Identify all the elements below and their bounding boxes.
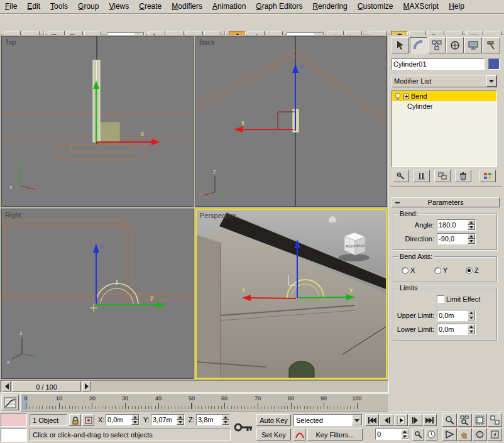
menu-group[interactable]: Group xyxy=(73,0,104,13)
viewport-back-label[interactable]: Back xyxy=(199,38,214,46)
tab-hierarchy[interactable] xyxy=(428,37,446,53)
previous-frame-button[interactable] xyxy=(380,414,393,426)
upper-limit-input[interactable] xyxy=(437,310,468,320)
open-mini-curve-editor-button[interactable] xyxy=(1,395,19,410)
selection-lock-toggle[interactable] xyxy=(69,414,81,426)
min-max-toggle-button[interactable] xyxy=(488,428,502,441)
object-color-swatch[interactable] xyxy=(488,58,500,70)
current-frame-input[interactable] xyxy=(376,429,401,439)
parameters-rollout-header[interactable]: Parameters xyxy=(392,197,500,207)
menu-create[interactable]: Create xyxy=(134,0,167,13)
time-slider-track[interactable]: 0 / 100 xyxy=(0,380,388,393)
axis-y-radio[interactable] xyxy=(434,267,441,274)
stack-row-bend[interactable]: Bend xyxy=(392,91,496,101)
go-to-start-icon xyxy=(368,417,376,424)
lower-limit-input[interactable] xyxy=(437,324,468,334)
next-frame-button[interactable] xyxy=(408,414,422,426)
viewport-top[interactable]: Top x xyxy=(1,36,194,207)
y-coord-spinner[interactable] xyxy=(177,415,184,425)
set-keys-button[interactable] xyxy=(233,413,254,441)
perspective-viewport-canvas[interactable]: x y RIGHT BACK xyxy=(197,210,386,378)
right-viewport-canvas[interactable]: z y z x y xyxy=(2,209,194,379)
time-step-forward-button[interactable] xyxy=(82,381,90,391)
time-step-back-button[interactable] xyxy=(3,381,11,391)
zoom-all-button[interactable] xyxy=(457,413,472,427)
zoom-extents-all-button[interactable] xyxy=(488,413,502,427)
dropdown-arrow-icon[interactable] xyxy=(352,415,362,425)
menu-customize[interactable]: Customize xyxy=(353,0,398,13)
time-slider-handle[interactable]: 0 / 100 xyxy=(12,381,81,391)
viewport-perspective[interactable]: Perspective xyxy=(195,209,387,379)
zoom-extents-button[interactable] xyxy=(473,413,487,427)
menu-tools[interactable]: Tools xyxy=(45,0,73,13)
direction-input[interactable] xyxy=(437,234,468,244)
current-frame-spinner[interactable] xyxy=(401,429,408,439)
direction-spinner[interactable] xyxy=(468,234,475,244)
y-coord-input[interactable] xyxy=(151,415,177,425)
stack-row-cylinder[interactable]: Cylinder xyxy=(392,101,496,111)
viewport-perspective-label[interactable]: Perspective xyxy=(200,212,236,219)
menu-views[interactable]: Views xyxy=(104,0,134,13)
expand-plus-icon[interactable] xyxy=(403,94,409,99)
viewport-right[interactable]: Right xyxy=(1,209,194,379)
back-viewport-canvas[interactable]: z x z x y xyxy=(196,36,387,207)
angle-input[interactable] xyxy=(437,220,468,230)
key-mode-toggle-button[interactable] xyxy=(412,429,424,440)
maxscript-mini-listener[interactable] xyxy=(1,428,27,442)
pan-view-button[interactable] xyxy=(457,428,472,441)
menu-rendering[interactable]: Rendering xyxy=(307,0,352,13)
field-of-view-button[interactable] xyxy=(442,428,457,441)
macro-recorder-mini-listener[interactable] xyxy=(1,413,27,427)
tab-utilities[interactable] xyxy=(483,37,500,53)
key-filters-button[interactable]: Key Filters... xyxy=(307,429,363,440)
modifier-list-dropdown[interactable]: Modifier List xyxy=(392,75,497,87)
play-animation-button[interactable] xyxy=(394,414,408,426)
make-unique-button[interactable] xyxy=(434,170,451,182)
go-to-end-button[interactable] xyxy=(423,414,437,426)
menu-graph-editors[interactable]: Graph Editors xyxy=(251,0,307,13)
key-mode-dropdown[interactable]: Selected xyxy=(293,414,363,426)
zoom-button[interactable] xyxy=(442,413,457,427)
go-to-start-button[interactable] xyxy=(365,414,379,426)
menu-edit[interactable]: Edit xyxy=(22,0,45,13)
show-end-result-button[interactable] xyxy=(414,170,430,182)
x-coord-input[interactable] xyxy=(106,415,131,425)
angle-spinner[interactable] xyxy=(468,220,475,230)
z-coord-input[interactable] xyxy=(197,415,222,425)
configure-modifier-sets-button[interactable] xyxy=(479,170,496,182)
viewport-top-label[interactable]: Top xyxy=(5,38,16,46)
limit-effect-checkbox[interactable] xyxy=(437,295,444,303)
menu-file[interactable]: File xyxy=(0,0,22,13)
box-object[interactable] xyxy=(97,122,120,142)
time-configuration-button[interactable] xyxy=(425,429,437,440)
remove-modifier-button[interactable] xyxy=(455,170,471,182)
tab-display[interactable] xyxy=(464,37,482,53)
lower-limit-spinner[interactable] xyxy=(468,324,475,334)
tab-motion[interactable] xyxy=(446,37,464,53)
x-coord-spinner[interactable] xyxy=(131,415,139,425)
set-key-button[interactable]: Set Key xyxy=(256,429,291,440)
menu-maxscript[interactable]: MAXScript xyxy=(398,0,444,13)
axis-z-radio[interactable] xyxy=(466,267,473,274)
viewport-area: Top x xyxy=(0,35,390,380)
tab-modify[interactable] xyxy=(410,37,427,53)
arc-rotate-button[interactable] xyxy=(473,428,487,441)
upper-limit-spinner[interactable] xyxy=(468,310,475,320)
absolute-mode-transform-toggle[interactable] xyxy=(82,414,94,426)
z-coord-spinner[interactable] xyxy=(222,415,229,425)
track-bar-ruler[interactable]: 0 10 20 30 40 50 60 70 80 90 100 xyxy=(20,393,388,412)
menu-modifiers[interactable]: Modifiers xyxy=(167,0,207,13)
viewport-right-label[interactable]: Right xyxy=(5,211,21,219)
axis-x-radio[interactable] xyxy=(402,267,408,274)
pin-stack-button[interactable] xyxy=(393,170,409,182)
auto-key-button[interactable]: Auto Key xyxy=(256,414,291,426)
object-name-input[interactable] xyxy=(392,59,484,69)
dropdown-arrow-icon[interactable] xyxy=(486,75,496,87)
default-in-out-tangents-button[interactable] xyxy=(293,429,305,440)
viewport-back[interactable]: Back z x xyxy=(195,36,387,207)
menu-animation[interactable]: Animation xyxy=(207,0,251,13)
tab-create[interactable] xyxy=(392,37,409,53)
lightbulb-icon[interactable] xyxy=(394,92,402,101)
menu-help[interactable]: Help xyxy=(444,0,469,13)
top-viewport-canvas[interactable]: x y z x xyxy=(2,36,194,207)
